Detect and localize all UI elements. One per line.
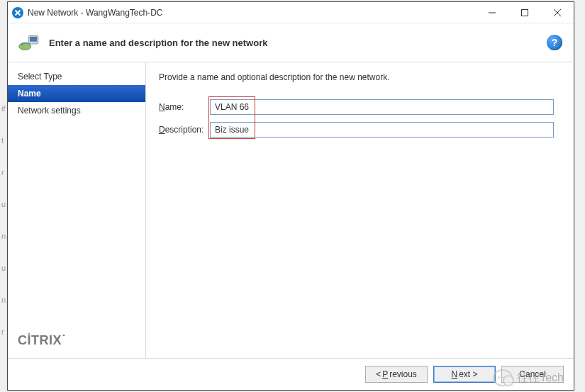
instruction-text: Provide a name and optional description … bbox=[159, 72, 554, 82]
app-icon bbox=[12, 7, 23, 18]
svg-rect-3 bbox=[30, 37, 37, 42]
step-name[interactable]: Name bbox=[8, 85, 145, 102]
next-button[interactable]: Next > bbox=[433, 366, 496, 383]
cancel-button[interactable]: Cancel bbox=[501, 366, 564, 383]
close-button[interactable] bbox=[541, 2, 574, 23]
brand-area: CİTRIX˙ bbox=[8, 326, 145, 358]
previous-button[interactable]: < Previous bbox=[365, 366, 428, 383]
network-icon bbox=[18, 32, 42, 53]
citrix-logo: CİTRIX˙ bbox=[18, 333, 135, 348]
dialog-window: New Network - WangWangTech-DC Enter a na… bbox=[7, 1, 574, 391]
titlebar[interactable]: New Network - WangWangTech-DC bbox=[8, 2, 574, 23]
minimize-button[interactable] bbox=[476, 2, 508, 23]
wizard-footer: < Previous Next > Cancel bbox=[8, 358, 574, 390]
help-icon[interactable]: ? bbox=[547, 35, 562, 50]
svg-rect-0 bbox=[522, 9, 528, 16]
step-select-type[interactable]: Select Type bbox=[8, 68, 145, 85]
maximize-button[interactable] bbox=[508, 2, 541, 23]
wizard-header: Enter a name and description for the new… bbox=[8, 23, 574, 62]
wizard-steps-sidebar: Select Type Name Network settings CİTRIX… bbox=[8, 62, 146, 358]
background-window-edge: iftrununr bbox=[0, 92, 7, 347]
name-label: Name: bbox=[159, 102, 210, 112]
description-label: Description: bbox=[159, 125, 210, 135]
wizard-heading: Enter a name and description for the new… bbox=[49, 38, 267, 48]
step-network-settings[interactable]: Network settings bbox=[8, 102, 145, 119]
window-title: New Network - WangWangTech-DC bbox=[28, 8, 163, 18]
name-input[interactable] bbox=[210, 99, 554, 115]
wizard-content: Provide a name and optional description … bbox=[146, 62, 574, 358]
description-input[interactable] bbox=[210, 122, 554, 138]
